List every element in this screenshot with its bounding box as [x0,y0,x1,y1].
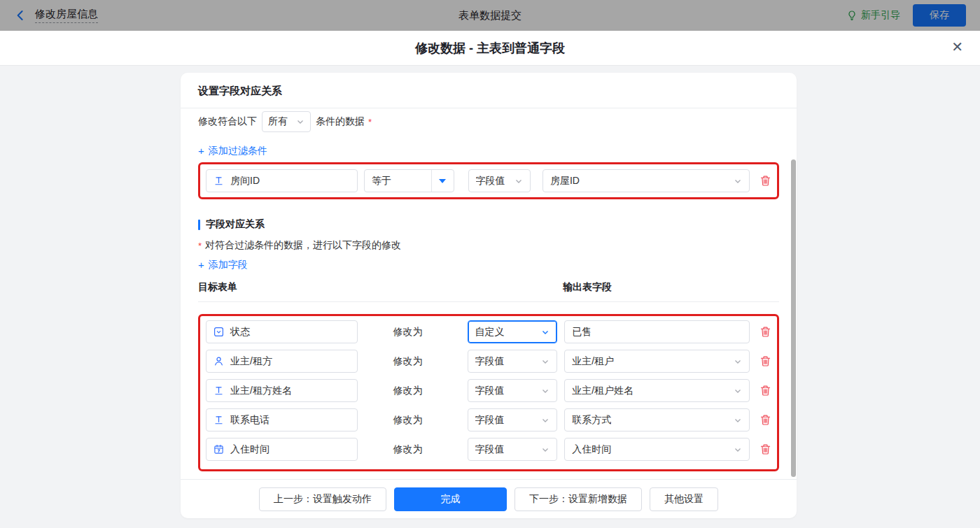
condition-suffix: 条件的数据 [316,115,365,128]
column-target-form: 目标表单 [198,281,237,294]
mapping-column-headers: 目标表单 输出表字段 [198,281,779,302]
prev-step-button[interactable]: 上一步：设置触发动作 [259,487,386,511]
value-type-select[interactable]: 自定义 [468,320,558,343]
chevron-down-icon [514,177,523,185]
column-output-field: 输出表字段 [563,281,612,294]
target-field-value: 状态 [230,326,250,338]
value-type-select[interactable]: 字段值 [468,379,558,402]
target-field-input[interactable]: 业主/租方姓名 [206,379,358,402]
condition-match-select[interactable]: 所有 [262,111,311,132]
target-field-input[interactable]: 状态 [206,320,358,343]
action-label: 修改为 [393,385,423,397]
add-field-label: 添加字段 [209,259,248,271]
chevron-down-icon [734,416,742,424]
text-field-icon [214,176,225,187]
filter-operator-value: 等于 [365,170,426,192]
chevron-down-icon [734,177,742,185]
next-step-button[interactable]: 下一步：设置新增数据 [514,487,642,511]
output-field-value: 业主/租户姓名 [572,385,634,397]
calendar-icon [214,444,225,455]
chevron-down-icon [734,445,742,454]
value-type: 字段值 [475,385,505,397]
chevron-down-icon [541,416,550,424]
output-field-value: 业主/租户 [572,355,614,368]
custom-value: 已售 [572,326,592,338]
section-title-text: 字段对应关系 [206,218,265,231]
output-field-select[interactable]: 业主/租户姓名 [564,379,750,402]
page-title: 表单数据提交 [0,9,980,22]
plus-icon: + [198,145,204,157]
other-settings-button[interactable]: 其他设置 [650,487,718,511]
custom-value-input[interactable]: 已售 [564,320,750,343]
target-field-input[interactable]: 业主/租方 [206,350,358,373]
text-field-icon [214,415,225,426]
value-type-select[interactable]: 字段值 [468,408,558,431]
filter-operator-select[interactable]: 等于 [364,169,454,192]
target-field-value: 联系电话 [230,414,270,427]
target-field-input[interactable]: 联系电话 [206,408,358,431]
settings-card: 设置字段对应关系 修改符合以下 所有 条件的数据 * + 添加过滤条件 [181,73,797,518]
value-type-select[interactable]: 字段值 [468,438,558,461]
plus-icon: + [198,259,204,271]
trash-icon[interactable] [760,443,771,455]
output-field-select[interactable]: 业主/租户 [564,350,750,373]
trash-icon[interactable] [760,175,771,187]
trash-icon[interactable] [760,385,771,397]
trash-icon[interactable] [760,355,771,367]
close-icon[interactable]: ✕ [951,40,963,54]
target-field-input[interactable]: 入住时间 [206,438,358,461]
value-type: 字段值 [475,414,505,427]
value-type: 字段值 [475,355,505,368]
mapping-description: * 对符合过滤条件的数据，进行以下字段的修改 [198,239,779,252]
target-field-value: 业主/租方 [230,355,272,368]
chevron-down-icon [296,117,304,126]
mapping-description-text: 对符合过滤条件的数据，进行以下字段的修改 [205,239,401,252]
save-button[interactable]: 保存 [913,4,966,27]
filter-field-input[interactable]: 房间ID [206,169,358,192]
add-field-link[interactable]: + 添加字段 [198,259,248,271]
action-label: 修改为 [393,326,423,338]
beginner-guide-link[interactable]: 新手引导 [846,9,900,22]
mapping-row: 状态 修改为 自定义 已售 [206,320,771,343]
required-asterisk: * [198,241,202,251]
action-label: 修改为 [393,443,423,456]
add-filter-condition-link[interactable]: + 添加过滤条件 [198,145,267,157]
vertical-scrollbar[interactable] [791,159,796,477]
output-field-select[interactable]: 入住时间 [564,438,750,461]
add-filter-label: 添加过滤条件 [209,145,267,157]
filter-value-type-select[interactable]: 字段值 [468,169,531,192]
action-label: 修改为 [393,355,423,368]
output-field-value: 联系方式 [572,414,611,427]
filter-value-type: 字段值 [476,175,505,187]
mapping-row: 入住时间 修改为 字段值 入住时间 [206,438,771,461]
section-marker [198,220,200,230]
caret-down-icon[interactable] [431,170,454,192]
filter-field-value: 房间ID [230,175,260,187]
required-asterisk: * [368,117,372,127]
value-type: 字段值 [475,443,505,456]
action-label: 修改为 [393,414,423,427]
mapping-row: 业主/租方 修改为 字段值 业主/租户 [206,350,771,373]
value-type-select[interactable]: 字段值 [468,350,558,373]
filter-condition-highlight: 房间ID 等于 字段值 房屋ID [198,162,779,199]
modal-body: 设置字段对应关系 修改符合以下 所有 条件的数据 * + 添加过滤条件 [0,73,980,528]
modal-header: 修改数据 - 主表到普通字段 ✕ [0,31,980,66]
filter-value-select[interactable]: 房屋ID [542,169,750,192]
condition-row: 修改符合以下 所有 条件的数据 * [198,111,779,132]
panel-header: 设置字段对应关系 [181,73,797,108]
condition-select-value: 所有 [268,115,288,128]
value-type: 自定义 [475,326,505,338]
chevron-down-icon [541,357,550,366]
trash-icon[interactable] [760,326,771,338]
person-icon [214,356,225,367]
output-field-value: 入住时间 [572,443,611,456]
chevron-down-icon [734,357,742,366]
chevron-down-icon [541,387,550,395]
output-field-select[interactable]: 联系方式 [564,408,750,431]
target-field-value: 业主/租方姓名 [230,385,292,397]
top-toolbar: 修改房屋信息 表单数据提交 新手引导 保存 [0,0,980,31]
finish-button[interactable]: 完成 [394,487,507,511]
select-field-icon [214,327,225,338]
trash-icon[interactable] [760,414,771,426]
lightbulb-icon [846,10,858,21]
